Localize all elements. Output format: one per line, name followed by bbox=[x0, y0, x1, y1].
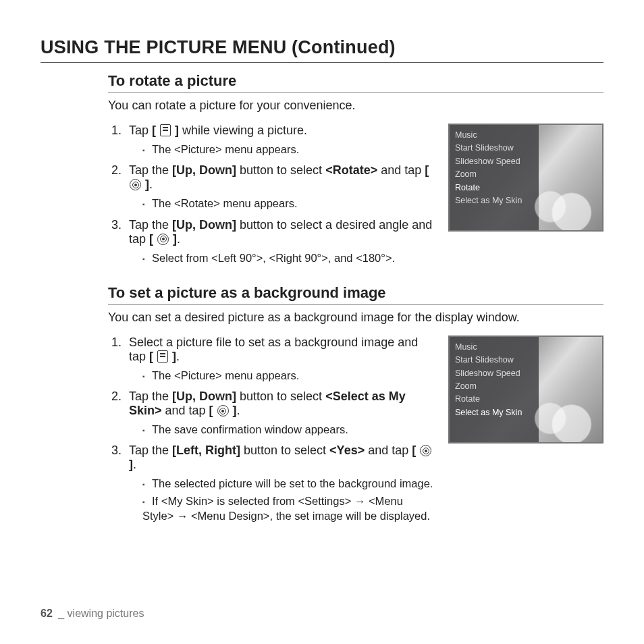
menu-item: Music bbox=[455, 129, 533, 142]
section-heading-skin: To set a picture as a background image bbox=[108, 284, 603, 305]
menu-item: Start Slideshow bbox=[455, 354, 533, 367]
picture-menu-overlay: Music Start Slideshow Slideshow Speed Zo… bbox=[450, 125, 539, 230]
menu-item: Start Slideshow bbox=[455, 142, 533, 155]
step-item: Tap [ ] while viewing a picture. The <Pi… bbox=[125, 124, 435, 157]
page-footer: 62 _ viewing pictures bbox=[41, 608, 144, 620]
page-title: USING THE PICTURE MENU (Continued) bbox=[41, 37, 603, 63]
menu-item: Zoom bbox=[455, 168, 533, 181]
step-item: Tap the [Left, Right] button to select <… bbox=[125, 444, 435, 523]
select-icon bbox=[130, 179, 141, 190]
menu-item: Music bbox=[455, 341, 533, 354]
menu-item: Select as My Skin bbox=[455, 194, 533, 207]
step-note: The selected picture will be set to the … bbox=[142, 476, 435, 491]
menu-item-selected: Select as My Skin bbox=[455, 406, 533, 419]
step-note: If <My Skin> is selected from <Settings>… bbox=[142, 493, 435, 524]
device-screenshot-rotate: Music Start Slideshow Slideshow Speed Zo… bbox=[448, 124, 603, 232]
step-note: The <Picture> menu appears. bbox=[142, 368, 435, 383]
select-icon bbox=[157, 234, 169, 245]
menu-icon bbox=[160, 124, 171, 136]
device-screenshot-skin: Music Start Slideshow Slideshow Speed Zo… bbox=[448, 336, 603, 444]
step-note: The save confirmation window appears. bbox=[142, 422, 435, 437]
menu-icon bbox=[157, 350, 168, 363]
picture-menu-overlay: Music Start Slideshow Slideshow Speed Zo… bbox=[450, 337, 539, 442]
step-item: Tap the [Up, Down] button to select <Rot… bbox=[125, 163, 435, 211]
section-heading-rotate: To rotate a picture bbox=[108, 72, 603, 93]
step-note: Select from <Left 90°>, <Right 90°>, and… bbox=[142, 250, 435, 265]
step-note: The <Picture> menu appears. bbox=[142, 142, 435, 157]
select-icon bbox=[420, 445, 431, 456]
menu-item: Zoom bbox=[455, 380, 533, 393]
step-item: Tap the [Up, Down] button to select <Sel… bbox=[125, 390, 435, 437]
section-intro: You can set a desired picture as a backg… bbox=[108, 311, 603, 325]
menu-item: Slideshow Speed bbox=[455, 155, 533, 168]
step-item: Select a picture file to set as a backgr… bbox=[125, 336, 435, 383]
step-note: The <Rotate> menu appears. bbox=[142, 196, 435, 211]
step-item: Tap the [Up, Down] button to select a de… bbox=[125, 218, 435, 265]
steps-list: Tap [ ] while viewing a picture. The <Pi… bbox=[108, 124, 435, 265]
select-icon bbox=[217, 405, 229, 417]
menu-item: Rotate bbox=[455, 393, 533, 406]
menu-item-selected: Rotate bbox=[455, 182, 533, 194]
steps-list: Select a picture file to set as a backgr… bbox=[108, 336, 435, 523]
section-intro: You can rotate a picture for your conven… bbox=[108, 99, 603, 113]
menu-item: Slideshow Speed bbox=[455, 367, 533, 380]
